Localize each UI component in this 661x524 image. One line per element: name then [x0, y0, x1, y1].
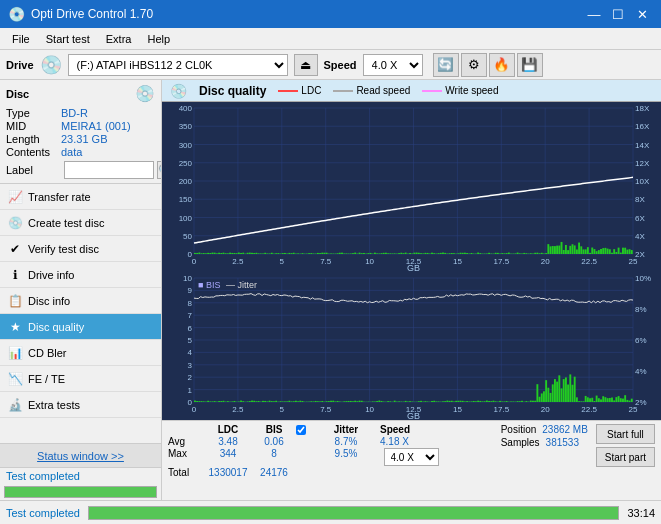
lower-chart-canvas: [162, 272, 661, 420]
status-progress-fill: [5, 487, 156, 497]
start-part-button[interactable]: Start part: [596, 447, 655, 467]
right-panel: 💿 Disc quality LDC Read speed Write spee…: [162, 80, 661, 500]
nav-fe-te-label: FE / TE: [28, 373, 65, 385]
samples-row: Samples 381533: [501, 437, 588, 448]
bottom-progress-bar: [88, 506, 619, 520]
nav-cd-bler[interactable]: 📊 CD Bler: [0, 340, 161, 366]
max-label: Max: [168, 448, 204, 466]
nav-drive-info-label: Drive info: [28, 269, 74, 281]
bottom-progress-fill: [89, 507, 618, 519]
disc-quality-header: 💿 Disc quality LDC Read speed Write spee…: [162, 80, 661, 102]
write-speed-color-dot: [422, 90, 442, 92]
speed-select[interactable]: 4.0 X: [363, 54, 423, 76]
bottom-bar: Test completed 33:14: [0, 500, 661, 524]
disc-section: Disc 💿 Type BD-R MID MEIRA1 (001) Length…: [0, 80, 161, 184]
avg-speed: 4.18 X: [376, 436, 446, 447]
nav-create-test-disc[interactable]: 💿 Create test disc: [0, 210, 161, 236]
drive-select[interactable]: (F:) ATAPI iHBS112 2 CL0K: [68, 54, 288, 76]
max-bis: 8: [252, 448, 296, 466]
nav-fe-te[interactable]: 📉 FE / TE: [0, 366, 161, 392]
lower-chart: [162, 272, 661, 420]
nav-extra-tests[interactable]: 🔬 Extra tests: [0, 392, 161, 418]
disc-type-label: Type: [6, 107, 61, 119]
col-ldc-header: LDC: [204, 424, 252, 435]
position-label: Position: [501, 424, 537, 435]
menu-file[interactable]: File: [4, 31, 38, 47]
stats-table: LDC BIS Jitter Speed Avg 3.48 0.06: [168, 424, 493, 478]
legend-read-speed: Read speed: [333, 85, 410, 96]
max-ldc: 344: [204, 448, 252, 466]
nav-transfer-rate[interactable]: 📈 Transfer rate: [0, 184, 161, 210]
disc-contents-row: Contents data: [6, 146, 155, 158]
disc-quality-title: Disc quality: [199, 84, 266, 98]
col-empty: [168, 424, 204, 435]
app-title: Opti Drive Control 1.70: [31, 7, 583, 21]
nav-disc-info[interactable]: 📋 Disc info: [0, 288, 161, 314]
disc-length-value: 23.31 GB: [61, 133, 107, 145]
verify-test-disc-icon: ✔: [8, 242, 22, 256]
disc-length-label: Length: [6, 133, 61, 145]
transfer-rate-icon: 📈: [8, 190, 22, 204]
menu-start-test[interactable]: Start test: [38, 31, 98, 47]
upper-chart-canvas: [162, 102, 661, 272]
charts-area: [162, 102, 661, 420]
disc-label-label: Label: [6, 164, 61, 176]
eject-button[interactable]: ⏏: [294, 54, 318, 76]
disc-info-icon: 📋: [8, 294, 22, 308]
status-text: Test completed: [0, 468, 161, 484]
ldc-color-dot: [278, 90, 298, 92]
total-ldc: 1330017: [204, 467, 252, 478]
disc-title: Disc: [6, 88, 29, 100]
nav-section: 📈 Transfer rate 💿 Create test disc ✔ Ver…: [0, 184, 161, 418]
close-button[interactable]: ✕: [631, 4, 653, 24]
refresh-button[interactable]: 🔄: [433, 53, 459, 77]
status-progress-bar: [4, 486, 157, 498]
action-buttons: Start full Start part: [596, 424, 655, 467]
nav-verify-test-disc[interactable]: ✔ Verify test disc: [0, 236, 161, 262]
samples-value: 381533: [546, 437, 579, 448]
jitter-checkbox[interactable]: [296, 425, 306, 435]
nav-disc-quality[interactable]: ★ Disc quality: [0, 314, 161, 340]
start-full-button[interactable]: Start full: [596, 424, 655, 444]
settings-button[interactable]: ⚙: [461, 53, 487, 77]
avg-bis: 0.06: [252, 436, 296, 447]
maximize-button[interactable]: ☐: [607, 4, 629, 24]
fe-te-icon: 📉: [8, 372, 22, 386]
samples-label: Samples: [501, 437, 540, 448]
status-window-button[interactable]: Status window >>: [0, 444, 161, 468]
title-bar: 💿 Opti Drive Control 1.70 — ☐ ✕: [0, 0, 661, 28]
extra-tests-icon: 🔬: [8, 398, 22, 412]
speed-label: Speed: [324, 59, 357, 71]
main-layout: Disc 💿 Type BD-R MID MEIRA1 (001) Length…: [0, 80, 661, 500]
menu-help[interactable]: Help: [139, 31, 178, 47]
disc-cd-icon: 💿: [135, 84, 155, 103]
disc-label-row: Label 🔍: [6, 161, 155, 179]
nav-create-test-disc-label: Create test disc: [28, 217, 104, 229]
minimize-button[interactable]: —: [583, 4, 605, 24]
save-button[interactable]: 💾: [517, 53, 543, 77]
nav-disc-info-label: Disc info: [28, 295, 70, 307]
nav-extra-tests-label: Extra tests: [28, 399, 80, 411]
disc-quality-icon: ★: [8, 320, 22, 334]
disc-mid-row: MID MEIRA1 (001): [6, 120, 155, 132]
dq-icon: 💿: [170, 83, 187, 99]
total-empty2: [316, 467, 376, 478]
legend-ldc-label: LDC: [301, 85, 321, 96]
burn-button[interactable]: 🔥: [489, 53, 515, 77]
col-speed-header: Speed: [376, 424, 446, 435]
menu-bar: File Start test Extra Help: [0, 28, 661, 50]
menu-extra[interactable]: Extra: [98, 31, 140, 47]
nav-cd-bler-label: CD Bler: [28, 347, 67, 359]
drive-bar: Drive 💿 (F:) ATAPI iHBS112 2 CL0K ⏏ Spee…: [0, 50, 661, 80]
position-row: Position 23862 MB: [501, 424, 588, 435]
left-panel: Disc 💿 Type BD-R MID MEIRA1 (001) Length…: [0, 80, 162, 500]
disc-length-row: Length 23.31 GB: [6, 133, 155, 145]
nav-verify-test-disc-label: Verify test disc: [28, 243, 99, 255]
disc-label-input[interactable]: [64, 161, 154, 179]
cd-bler-icon: 📊: [8, 346, 22, 360]
speed-select-stats[interactable]: 4.0 X: [384, 448, 439, 466]
nav-drive-info[interactable]: ℹ Drive info: [0, 262, 161, 288]
drive-icon-buttons: 🔄 ⚙ 🔥 💾: [433, 53, 543, 77]
disc-type-row: Type BD-R: [6, 107, 155, 119]
disc-mid-label: MID: [6, 120, 61, 132]
